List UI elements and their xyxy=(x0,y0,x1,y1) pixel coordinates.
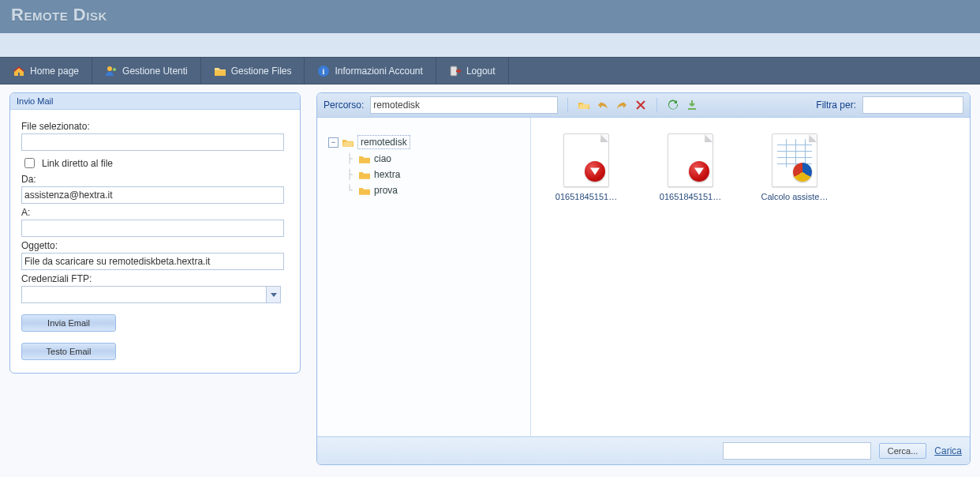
subject-label: Oggetto: xyxy=(21,240,289,251)
tree-child[interactable]: └ prova xyxy=(344,182,522,198)
to-label: A: xyxy=(21,207,289,218)
file-thumb xyxy=(668,133,713,187)
tree-root-label: remotedisk xyxy=(357,135,410,149)
tree-child[interactable]: ├ hextra xyxy=(344,167,522,182)
tree-elbow-end-icon: └ xyxy=(344,184,355,197)
svg-point-0 xyxy=(107,66,112,71)
svg-text:i: i xyxy=(323,67,325,76)
ftp-combo-trigger[interactable] xyxy=(266,286,281,303)
toolbar-sep xyxy=(656,98,657,112)
delete-icon[interactable] xyxy=(634,99,647,111)
home-icon xyxy=(13,65,25,77)
nav-users[interactable]: Gestione Utenti xyxy=(92,58,201,84)
tree-elbow-icon: ├ xyxy=(344,168,355,181)
svg-rect-4 xyxy=(451,66,457,76)
file-name: Calcolo assiste… xyxy=(758,192,831,201)
nav-files[interactable]: Gestione Files xyxy=(201,58,305,84)
footer-search-input[interactable] xyxy=(723,442,871,460)
file-thumb xyxy=(772,133,817,187)
undo-icon[interactable] xyxy=(597,99,609,111)
nav-logout-label: Logout xyxy=(466,66,496,77)
tree-expander-icon[interactable]: − xyxy=(328,137,339,148)
mail-panel-title: Invio Mail xyxy=(10,93,300,110)
app-title: Remote Disk xyxy=(0,0,980,33)
folder-icon xyxy=(359,154,370,163)
file-name: 01651845151… xyxy=(654,192,727,201)
file-browser-panel: Percorso: Filtra per: xyxy=(316,92,971,465)
from-input[interactable] xyxy=(21,186,284,204)
users-icon xyxy=(105,65,118,77)
pdf-icon xyxy=(689,161,709,182)
chart-icon xyxy=(793,163,812,182)
folder-tree: − remotedisk ├ ciao ├ xyxy=(317,118,531,436)
tree-elbow-icon: ├ xyxy=(344,152,355,165)
file-selected-label: File selezionato: xyxy=(21,121,289,132)
nav-account-label: Informazioni Account xyxy=(335,66,422,77)
folder-open-icon xyxy=(342,137,353,147)
path-input[interactable] xyxy=(370,96,558,114)
footer-search-button[interactable]: Cerca... xyxy=(879,443,927,459)
refresh-icon[interactable] xyxy=(667,99,679,111)
nav-files-label: Gestione Files xyxy=(231,66,292,77)
open-folder-icon[interactable] xyxy=(578,99,590,111)
chevron-down-icon xyxy=(271,293,277,297)
folder-icon xyxy=(359,170,370,179)
mail-panel: Invio Mail File selezionato: Link dirett… xyxy=(9,92,301,374)
ftp-combo xyxy=(21,286,281,303)
file-name: 01651845151… xyxy=(550,192,623,201)
file-selected-input[interactable] xyxy=(21,133,284,151)
logout-icon xyxy=(449,65,462,77)
files-pane: 01651845151… 01651845151… Calcolo assist… xyxy=(531,118,970,436)
browser-toolbar: Percorso: Filtra per: xyxy=(317,93,970,118)
footer-upload-link[interactable]: Carica xyxy=(934,445,962,456)
filter-label: Filtra per: xyxy=(816,100,856,111)
tree-child[interactable]: ├ ciao xyxy=(344,151,522,167)
folder-icon xyxy=(359,186,370,195)
content-row: Invio Mail File selezionato: Link dirett… xyxy=(0,85,980,473)
tree-children: ├ ciao ├ hextra └ xyxy=(344,151,522,198)
from-label: Da: xyxy=(21,174,289,185)
subject-input[interactable] xyxy=(21,253,284,270)
svg-point-1 xyxy=(113,68,116,71)
download-icon[interactable] xyxy=(686,99,698,111)
browser-footer: Cerca... Carica xyxy=(317,437,970,464)
direct-link-checkbox[interactable] xyxy=(24,158,35,168)
email-text-button[interactable]: Testo Email xyxy=(21,343,116,360)
mail-panel-body: File selezionato: Link diretto al file D… xyxy=(10,110,300,373)
tree-child-label: ciao xyxy=(374,152,391,165)
filter-input[interactable] xyxy=(862,96,963,114)
file-item[interactable]: 01651845151… xyxy=(654,133,727,201)
nav-account[interactable]: i Informazioni Account xyxy=(305,58,436,84)
ftp-input[interactable] xyxy=(21,286,266,303)
direct-link-label: Link diretto al file xyxy=(42,158,113,169)
nav-users-label: Gestione Utenti xyxy=(122,66,188,77)
nav-bar: Home page Gestione Utenti Gestione Files… xyxy=(0,57,980,85)
toolbar-sep xyxy=(567,98,568,112)
tree-child-label: prova xyxy=(374,184,398,197)
direct-link-row: Link diretto al file xyxy=(21,156,289,171)
nav-home[interactable]: Home page xyxy=(0,58,92,84)
redo-icon[interactable] xyxy=(615,99,628,111)
ftp-label: Credenziali FTP: xyxy=(21,273,289,284)
nav-home-label: Home page xyxy=(30,66,79,77)
file-item[interactable]: 01651845151… xyxy=(550,133,623,201)
file-item[interactable]: Calcolo assiste… xyxy=(758,133,831,201)
tree-child-label: hextra xyxy=(374,168,400,181)
folder-icon xyxy=(214,65,226,77)
to-input[interactable] xyxy=(21,220,284,237)
file-thumb xyxy=(563,133,609,187)
tree-root[interactable]: − remotedisk xyxy=(328,133,522,151)
pdf-icon xyxy=(585,161,605,182)
header-spacer xyxy=(0,33,980,57)
info-icon: i xyxy=(317,65,330,77)
browser-body: − remotedisk ├ ciao ├ xyxy=(317,118,970,437)
send-email-button[interactable]: Invia Email xyxy=(21,314,116,332)
path-label: Percorso: xyxy=(324,100,364,111)
nav-logout[interactable]: Logout xyxy=(436,58,509,84)
